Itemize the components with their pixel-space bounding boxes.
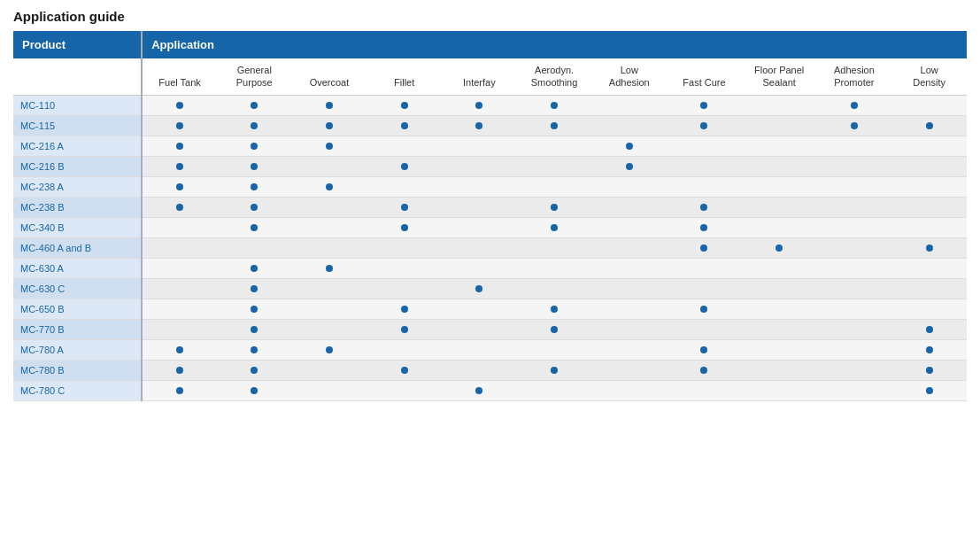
data-cell-floor_panel_sealant: [742, 176, 817, 197]
dot-indicator: [475, 387, 482, 394]
data-cell-aerodyn_smoothing: [517, 360, 592, 380]
data-cell-low_density: [891, 339, 967, 360]
product-cell: MC-115: [13, 115, 142, 136]
data-cell-floor_panel_sealant: [742, 136, 817, 156]
product-cell: MC-780 C: [13, 380, 142, 400]
col-fillet: Fillet: [367, 58, 442, 95]
data-cell-fuel_tank: [142, 176, 217, 197]
data-cell-adhesion_promoter: [817, 115, 892, 136]
dot-indicator: [251, 163, 258, 170]
table-row: MC-780 A: [13, 339, 967, 360]
product-cell: MC-216 A: [13, 136, 142, 156]
data-cell-low_adhesion: [591, 360, 667, 380]
data-cell-fillet: [367, 237, 442, 258]
data-cell-overcoat: [292, 176, 367, 197]
table-row: MC-216 A: [13, 136, 967, 156]
data-cell-fast_cure: [667, 95, 742, 115]
data-cell-fillet: [367, 360, 442, 380]
data-cell-adhesion_promoter: [817, 360, 892, 380]
dot-indicator: [251, 306, 258, 313]
data-cell-overcoat: [292, 136, 367, 156]
data-cell-low_adhesion: [591, 299, 667, 319]
dot-indicator: [626, 163, 633, 170]
data-cell-aerodyn_smoothing: [517, 339, 592, 360]
data-cell-interfay: [442, 237, 517, 258]
product-cell: MC-780 B: [13, 360, 142, 380]
data-cell-low_density: [891, 95, 967, 115]
data-cell-low_density: [891, 299, 967, 319]
data-cell-fuel_tank: [142, 237, 217, 258]
dot-indicator: [551, 367, 558, 374]
data-cell-adhesion_promoter: [817, 339, 892, 360]
data-cell-aerodyn_smoothing: [517, 319, 592, 339]
data-cell-fuel_tank: [142, 95, 217, 115]
dot-indicator: [251, 143, 258, 150]
data-cell-overcoat: [292, 95, 367, 115]
data-cell-overcoat: [292, 299, 367, 319]
data-cell-interfay: [442, 258, 517, 278]
data-cell-floor_panel_sealant: [742, 360, 817, 380]
dot-indicator: [251, 183, 258, 190]
dot-indicator: [251, 224, 258, 231]
data-cell-interfay: [442, 278, 517, 299]
data-cell-fuel_tank: [142, 136, 217, 156]
dot-indicator: [700, 224, 707, 231]
data-cell-general_purpose: [217, 176, 292, 197]
data-cell-adhesion_promoter: [817, 217, 892, 237]
product-cell: MC-780 A: [13, 339, 142, 360]
data-cell-floor_panel_sealant: [742, 278, 817, 299]
dot-indicator: [251, 265, 258, 272]
table-row: MC-238 A: [13, 176, 967, 197]
data-cell-floor_panel_sealant: [742, 156, 817, 176]
dot-indicator: [700, 204, 707, 211]
dot-indicator: [776, 244, 783, 252]
data-cell-low_adhesion: [591, 95, 667, 115]
data-cell-aerodyn_smoothing: [517, 156, 592, 176]
data-cell-aerodyn_smoothing: [517, 136, 592, 156]
data-cell-low_adhesion: [591, 237, 667, 258]
product-cell: MC-770 B: [13, 319, 142, 339]
data-cell-interfay: [442, 299, 517, 319]
data-cell-interfay: [442, 380, 517, 400]
table-row: MC-460 A and B: [13, 237, 967, 258]
data-cell-low_density: [891, 197, 967, 217]
product-cell: MC-630 A: [13, 258, 142, 278]
dot-indicator: [475, 122, 482, 129]
data-cell-adhesion_promoter: [817, 136, 892, 156]
data-cell-interfay: [442, 115, 517, 136]
dot-indicator: [551, 204, 558, 211]
data-cell-overcoat: [292, 258, 367, 278]
data-cell-general_purpose: [217, 115, 292, 136]
dot-indicator: [326, 346, 333, 353]
data-cell-general_purpose: [217, 136, 292, 156]
product-cell: MC-460 A and B: [13, 237, 142, 258]
data-cell-fuel_tank: [142, 360, 217, 380]
dot-indicator: [326, 122, 333, 129]
data-cell-adhesion_promoter: [817, 237, 892, 258]
dot-indicator: [251, 346, 258, 353]
dot-indicator: [251, 102, 258, 109]
dot-indicator: [700, 306, 707, 313]
dot-indicator: [700, 102, 707, 109]
data-cell-low_adhesion: [591, 156, 667, 176]
application-header: Application: [142, 31, 967, 58]
data-cell-low_adhesion: [591, 339, 667, 360]
dot-indicator: [176, 387, 183, 394]
data-cell-adhesion_promoter: [817, 380, 892, 400]
dot-indicator: [401, 326, 408, 333]
data-cell-low_adhesion: [591, 258, 667, 278]
data-cell-adhesion_promoter: [817, 299, 892, 319]
dot-indicator: [176, 204, 183, 211]
dot-indicator: [176, 346, 183, 353]
dot-indicator: [251, 326, 258, 333]
data-cell-overcoat: [292, 115, 367, 136]
dot-indicator: [251, 204, 258, 211]
dot-indicator: [851, 122, 858, 129]
data-cell-fast_cure: [667, 197, 742, 217]
col-low-adhesion: LowAdhesion: [591, 58, 667, 95]
dot-indicator: [551, 122, 558, 129]
data-cell-fuel_tank: [142, 258, 217, 278]
data-cell-fast_cure: [667, 339, 742, 360]
table-header-row: Product Application: [13, 31, 967, 58]
data-cell-fillet: [367, 115, 442, 136]
